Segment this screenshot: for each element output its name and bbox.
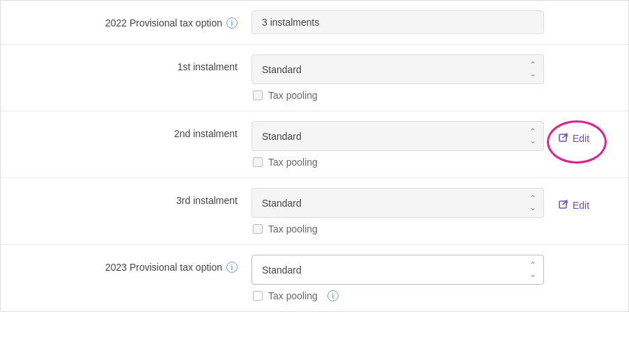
info-icon-provisional-2023[interactable]: i [226,262,238,273]
checkbox-row-instalment-3: Tax pooling [253,223,614,235]
content-instalment-2: Standard ⌃ ⌄ Edit Tax poo [251,121,614,168]
checkbox-label-provisional-2023: Tax pooling [268,290,318,301]
checkbox-label-instalment-3: Tax pooling [268,223,318,235]
checkbox-provisional-2023[interactable] [253,291,263,301]
select-row-instalment-3: Standard ⌃ ⌄ Edit [251,188,614,218]
label-text-provisional-2023: 2023 Provisional tax option [105,262,222,273]
select-value-provisional-2023: Standard [262,264,302,276]
row-provisional-2022: 2022 Provisional tax option i 3 instalme… [1,1,628,45]
edit-icon-instalment-2 [558,133,569,144]
content-instalment-3: Standard ⌃ ⌄ Edit Tax poo [251,188,614,235]
label-instalment-1: 1st instalment [15,54,251,72]
row-instalment-3: 3rd instalment Standard ⌃ ⌄ E [1,178,628,245]
label-instalment-3: 3rd instalment [15,188,251,206]
checkbox-row-instalment-1: Tax pooling [253,90,614,101]
checkbox-instalment-3[interactable] [253,224,263,234]
edit-icon-instalment-3 [558,200,569,211]
chevron-instalment-2: ⌃ ⌄ [529,127,536,145]
content-provisional-2023: Standard ⌃ ⌄ Tax pooling i [251,255,614,301]
main-container: 2022 Provisional tax option i 3 instalme… [0,0,629,312]
select-instalment-2[interactable]: Standard ⌃ ⌄ [251,121,544,151]
chevron-instalment-3: ⌃ ⌄ [529,194,536,212]
select-row-instalment-2: Standard ⌃ ⌄ Edit [251,121,614,151]
value-provisional-2022: 3 instalments [251,10,544,34]
row-instalment-2: 2nd instalment Standard ⌃ ⌄ E [1,111,628,178]
select-instalment-1[interactable]: Standard ⌃ ⌄ [251,54,544,84]
row-provisional-2023: 2023 Provisional tax option i Standard ⌃… [1,245,628,311]
label-text-instalment-2: 2nd instalment [174,128,238,139]
select-value-instalment-1: Standard [262,64,302,75]
edit-button-instalment-2[interactable]: Edit [558,129,589,144]
label-text-instalment-3: 3rd instalment [176,195,238,206]
content-instalment-1: Standard ⌃ ⌄ Tax pooling [251,54,614,101]
edit-label-instalment-3: Edit [573,200,589,211]
info-icon-provisional-2022[interactable]: i [226,17,238,29]
checkbox-instalment-2[interactable] [253,157,263,167]
checkbox-label-instalment-1: Tax pooling [268,90,318,101]
chevron-provisional-2023: ⌃ ⌄ [529,261,536,278]
info-icon-tax-pooling-2023[interactable]: i [327,290,339,301]
edit-label-instalment-2: Edit [573,133,589,144]
select-value-instalment-2: Standard [262,131,302,142]
checkbox-label-instalment-2: Tax pooling [268,157,318,168]
edit-button-instalment-3[interactable]: Edit [558,196,589,211]
chevron-instalment-1: ⌃ ⌄ [529,61,536,78]
checkbox-row-instalment-2: Tax pooling [253,157,614,168]
select-provisional-2023[interactable]: Standard ⌃ ⌄ [251,255,544,285]
checkbox-row-provisional-2023: Tax pooling i [253,290,614,301]
content-provisional-2022: 3 instalments [251,10,614,34]
select-value-instalment-3: Standard [262,198,302,209]
select-row-provisional-2023: Standard ⌃ ⌄ [251,255,614,285]
select-row-instalment-1: Standard ⌃ ⌄ [251,54,614,84]
row-instalment-1: 1st instalment Standard ⌃ ⌄ Tax pooling [1,45,628,111]
label-text-provisional-2022: 2022 Provisional tax option [105,17,222,29]
label-provisional-2022: 2022 Provisional tax option i [15,10,251,29]
checkbox-instalment-1[interactable] [253,90,263,100]
select-instalment-3[interactable]: Standard ⌃ ⌄ [251,188,544,218]
label-instalment-2: 2nd instalment [15,121,251,139]
label-text-instalment-1: 1st instalment [178,61,238,72]
label-provisional-2023: 2023 Provisional tax option i [15,255,251,273]
